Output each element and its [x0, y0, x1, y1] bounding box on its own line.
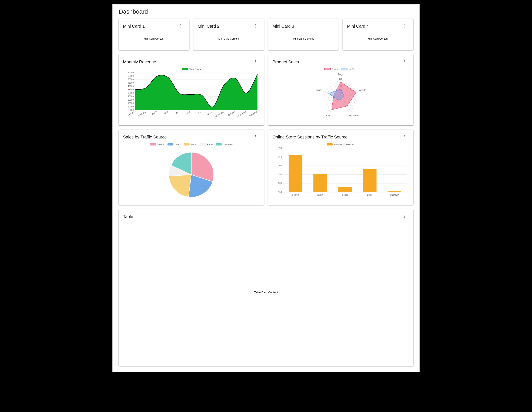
sessions-by-source-card: Online Store Sessions by Traffic Source …: [268, 130, 413, 205]
svg-point-0: [180, 24, 181, 25]
svg-rect-102: [388, 191, 401, 192]
legend-item: Total Sales: [182, 68, 201, 70]
svg-point-11: [404, 27, 405, 28]
mini-card-2: Mini Card 2 Mini Card Content: [193, 19, 264, 50]
legend-label: Total Sales: [190, 68, 201, 70]
dashboard-page: Dashboard Mini Card 1 Mini Card Content …: [113, 4, 419, 372]
svg-point-78: [255, 138, 256, 138]
svg-text:Social: Social: [342, 194, 348, 196]
svg-text:June: June: [186, 111, 191, 115]
svg-text:Email: Email: [367, 194, 372, 196]
chart-legend: Total Sales: [123, 68, 260, 70]
svg-text:400: 400: [278, 147, 282, 149]
card-title: Mini Card 2: [198, 24, 219, 29]
svg-point-6: [330, 24, 330, 25]
legend-label: Search: [157, 143, 164, 146]
legend-label: Email: [207, 143, 213, 146]
more-vertical-icon: [253, 60, 257, 65]
svg-rect-94: [289, 155, 302, 192]
legend-label: Number of Sessions: [334, 143, 355, 146]
svg-point-5: [255, 27, 256, 28]
svg-text:Bags: Bags: [338, 73, 343, 75]
legend-item: Online: [324, 68, 339, 70]
chart-legend: Number of Sessions: [272, 143, 409, 146]
more-button[interactable]: [400, 133, 409, 141]
chart-legend: Online In Store: [272, 68, 409, 70]
card-title: Mini Card 4: [347, 24, 369, 29]
card-content: Mini Card Content: [272, 32, 334, 46]
more-button[interactable]: [400, 22, 409, 30]
svg-text:October: October: [228, 110, 236, 116]
svg-text:25000: 25000: [128, 95, 134, 98]
card-content: Mini Card Content: [198, 32, 260, 46]
more-vertical-icon: [253, 24, 257, 29]
svg-text:December: December: [248, 110, 258, 116]
svg-point-4: [255, 26, 256, 26]
svg-text:Search: Search: [292, 194, 299, 196]
legend-label: Online: [332, 68, 339, 70]
svg-text:September: September: [214, 110, 225, 116]
more-button[interactable]: [176, 22, 185, 30]
svg-point-79: [404, 135, 405, 136]
svg-point-77: [255, 137, 256, 137]
more-vertical-icon: [328, 24, 332, 29]
card-title: Product Sales: [272, 60, 299, 65]
more-vertical-icon: [403, 60, 407, 65]
svg-text:May: May: [175, 111, 180, 115]
more-button[interactable]: [400, 58, 409, 66]
svg-text:30000: 30000: [128, 92, 134, 94]
svg-text:250: 250: [278, 173, 282, 176]
mini-card-4: Mini Card 4 Mini Card Content: [343, 19, 413, 50]
svg-text:July: July: [198, 111, 202, 114]
svg-point-80: [404, 137, 405, 137]
more-vertical-icon: [403, 135, 407, 140]
svg-rect-96: [314, 174, 327, 192]
more-button[interactable]: [326, 22, 334, 30]
pie-chart: [123, 147, 260, 200]
more-button[interactable]: [251, 22, 260, 30]
card-title: Table: [123, 214, 133, 219]
svg-text:March: March: [151, 111, 157, 115]
svg-text:Keyholders: Keyholders: [349, 114, 360, 117]
svg-text:50000: 50000: [128, 78, 134, 81]
card-content: Mini Card Content: [347, 32, 409, 46]
svg-text:10000: 10000: [128, 105, 134, 108]
svg-point-8: [330, 27, 330, 28]
legend-swatch: [182, 68, 188, 70]
svg-text:April: April: [164, 111, 169, 115]
page-title: Dashboard: [119, 8, 413, 15]
more-button[interactable]: [400, 213, 409, 221]
legend-swatch: [342, 68, 348, 70]
legend-item: Direct: [168, 143, 181, 146]
bar-chart: 150200250300350400SearchDirectSocialEmai…: [272, 147, 409, 198]
chart-legend: SearchDirectSocialEmailUnknown: [123, 143, 260, 146]
svg-text:Cases: Cases: [316, 89, 322, 91]
svg-text:Unknown: Unknown: [390, 194, 399, 196]
dashboard-grid: Mini Card 1 Mini Card Content Mini Card …: [119, 19, 413, 366]
legend-item: Social: [184, 143, 197, 146]
svg-text:45000: 45000: [128, 82, 134, 84]
legend-swatch: [168, 143, 173, 145]
more-vertical-icon: [403, 214, 407, 219]
svg-text:55000: 55000: [128, 75, 134, 77]
more-button[interactable]: [251, 133, 260, 141]
legend-label: Social: [191, 143, 197, 146]
mini-card-1: Mini Card 1 Mini Card Content: [119, 19, 189, 50]
svg-point-3: [255, 24, 256, 25]
legend-label: In Store: [349, 68, 357, 70]
more-button[interactable]: [251, 58, 260, 66]
svg-point-10: [404, 26, 405, 26]
more-vertical-icon: [179, 24, 183, 29]
card-content: Mini Card Content: [123, 32, 185, 46]
sales-by-source-card: Sales by Traffic Source SearchDirectSoci…: [119, 130, 264, 205]
svg-point-51: [404, 60, 405, 61]
svg-point-107: [404, 217, 405, 218]
card-title: Mini Card 1: [123, 24, 145, 29]
svg-text:Other: Other: [324, 114, 330, 117]
legend-swatch: [324, 68, 331, 70]
svg-point-14: [255, 63, 256, 63]
card-title: Online Store Sessions by Traffic Source: [272, 135, 348, 140]
svg-point-2: [180, 27, 181, 28]
svg-text:350: 350: [278, 156, 282, 158]
legend-swatch: [200, 143, 206, 145]
